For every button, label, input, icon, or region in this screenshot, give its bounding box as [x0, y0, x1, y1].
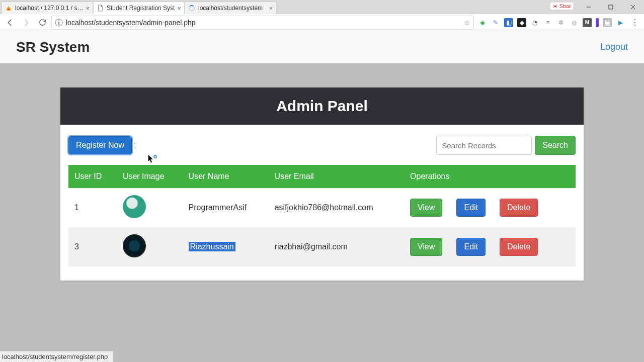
logout-link[interactable]: Logout: [600, 42, 628, 52]
col-user-id: User ID: [68, 165, 117, 188]
search-box: Search: [436, 136, 576, 155]
delete-button[interactable]: Delete: [500, 199, 538, 217]
tab-title: localhost/studentsystem: [198, 5, 267, 12]
col-user-name: User Name: [183, 165, 269, 188]
ext-icon[interactable]: ≡: [543, 18, 552, 27]
search-input[interactable]: [436, 136, 532, 155]
col-user-email: User Email: [269, 165, 404, 188]
ext-icon[interactable]: ✎: [491, 18, 500, 27]
tab-strip: localhost / 127.0.0.1 / sr… × Student Re…: [0, 0, 644, 14]
broadcast-icon: [552, 4, 558, 9]
chrome-menu-icon[interactable]: ⋮: [629, 18, 641, 27]
avatar: [123, 234, 146, 257]
maximize-button[interactable]: [600, 0, 622, 14]
reload-button[interactable]: [35, 16, 49, 30]
cell-user-id: 3: [68, 227, 117, 266]
close-icon[interactable]: ×: [86, 5, 90, 12]
favicon-phpmyadmin: [5, 5, 12, 12]
ext-icon[interactable]: ▣: [603, 18, 612, 27]
ext-icon[interactable]: ◔: [530, 18, 539, 27]
svg-rect-2: [609, 5, 613, 9]
svg-point-7: [58, 20, 59, 21]
col-user-image: User Image: [117, 165, 183, 188]
tab-title: Student Registration Syst: [107, 5, 175, 12]
cell-user-image: [117, 227, 183, 266]
window-controls: [578, 0, 644, 14]
delete-button[interactable]: Delete: [500, 238, 538, 256]
tab-title: localhost / 127.0.0.1 / sr…: [15, 5, 84, 12]
ext-icon[interactable]: M: [583, 18, 592, 27]
url-text: localhost/studentsystem/admin-panel.php: [66, 19, 461, 27]
ext-icon[interactable]: ◧: [504, 18, 513, 27]
ext-icon[interactable]: ◉: [478, 18, 487, 27]
ext-icon[interactable]: [596, 18, 599, 27]
panel-toolbar: Register Now ; Search: [68, 136, 576, 155]
close-window-button[interactable]: [622, 0, 644, 14]
panel-title: Admin Panel: [60, 87, 584, 125]
admin-panel: Admin Panel Register Now ; Search User I…: [60, 87, 584, 281]
tab-student-registration[interactable]: Student Registration Syst ×: [94, 2, 184, 14]
share-label: Sbar: [559, 3, 571, 9]
cell-operations: View Edit Delete: [404, 227, 576, 266]
edit-button[interactable]: Edit: [456, 238, 486, 256]
minimize-button[interactable]: [578, 0, 600, 14]
omnibox[interactable]: localhost/studentsystem/admin-panel.php …: [51, 16, 474, 30]
forward-button[interactable]: [19, 16, 33, 30]
edit-button[interactable]: Edit: [456, 199, 486, 217]
page-viewport: SR System Logout Admin Panel Register No…: [0, 31, 644, 362]
favicon-document-icon: [97, 5, 104, 12]
table-row: 3 Riazhussain riazbhai@gmail.com View Ed…: [68, 227, 576, 266]
page-topbar: SR System Logout: [0, 31, 644, 63]
address-bar: localhost/studentsystem/admin-panel.php …: [0, 14, 644, 31]
ext-icon[interactable]: ◍: [570, 18, 579, 27]
bookmark-star-icon[interactable]: ☆: [464, 19, 470, 27]
status-bar: localhost/studentsystem/register.php: [0, 351, 113, 362]
register-now-button[interactable]: Register Now: [68, 136, 132, 154]
selected-text: Riazhussain: [189, 242, 235, 251]
loading-spinner-icon: [188, 5, 195, 12]
tab-loading[interactable]: localhost/studentsystem ×: [185, 2, 276, 14]
brand-title: SR System: [16, 39, 90, 55]
site-info-icon[interactable]: [55, 19, 63, 27]
users-table: User ID User Image User Name User Email …: [68, 165, 576, 266]
col-operations: Operations: [404, 165, 576, 188]
cell-user-name: ProgrammerAsif: [183, 188, 269, 227]
svg-point-0: [554, 5, 556, 7]
extension-icons: ◉ ✎ ◧ ◆ ◔ ≡ ✲ ◍ M ▣ ▶: [476, 18, 627, 27]
close-icon[interactable]: ×: [177, 5, 181, 12]
cell-user-image: [117, 188, 183, 227]
close-icon[interactable]: ×: [269, 5, 273, 12]
tab-phpmyadmin[interactable]: localhost / 127.0.0.1 / sr… ×: [2, 2, 93, 14]
avatar: [123, 195, 146, 218]
view-button[interactable]: View: [410, 199, 442, 217]
cell-user-email: asifjokhio786@hotmail.com: [269, 188, 404, 227]
ext-icon[interactable]: ◆: [517, 18, 526, 27]
share-indicator[interactable]: Sbar: [550, 2, 574, 10]
cell-user-name: Riazhussain: [183, 227, 269, 266]
ext-icon[interactable]: ▶: [616, 18, 625, 27]
table-row: 1 ProgrammerAsif asifjokhio786@hotmail.c…: [68, 188, 576, 227]
ext-icon[interactable]: ✲: [556, 18, 566, 27]
search-button[interactable]: Search: [535, 136, 576, 155]
cell-user-email: riazbhai@gmail.com: [269, 227, 404, 266]
back-button[interactable]: [3, 16, 17, 30]
semicolon-text: ;: [134, 141, 136, 150]
view-button[interactable]: View: [410, 238, 442, 256]
cell-operations: View Edit Delete: [404, 188, 576, 227]
cell-user-id: 1: [68, 188, 117, 227]
